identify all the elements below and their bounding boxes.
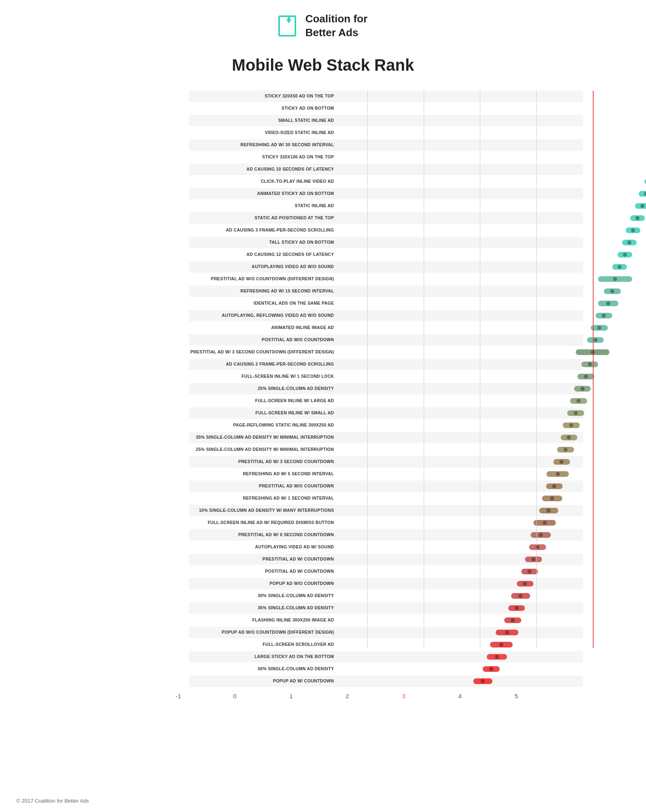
- x-axis-container: -1012345: [150, 688, 544, 706]
- mean-dot: [550, 496, 554, 500]
- bar-label: REFRESHING AD W/ 15 SECOND INTERVAL: [189, 288, 337, 294]
- bar-label: 35% SINGLE-COLUMN AD DENSITY W/ MINIMAL …: [189, 435, 337, 440]
- mean-dot: [640, 204, 644, 208]
- bar-label: STICKY AD ON BOTTOM: [189, 106, 337, 111]
- bar-label: REFRESHING AD W/ 1 SECOND INTERVAL: [189, 496, 337, 501]
- bar-label: AD CAUSING 3 FRAME-PER-SECOND SCROLLING: [189, 227, 337, 233]
- mean-dot: [606, 301, 610, 305]
- bar-label: AUTOPLAYING, REFLOWING VIDEO AD W/O SOUN…: [189, 313, 337, 318]
- mean-dot: [567, 435, 571, 440]
- mean-dot: [523, 582, 527, 586]
- table-row: FULL-SCREEN INLINE W/ LARGE AD: [189, 395, 583, 407]
- table-row: ANIMATED INLINE IMAGE AD: [189, 322, 583, 333]
- mean-dot: [495, 655, 499, 659]
- bar-label: FULL-SCREEN INLINE W/ SMALL AD: [189, 410, 337, 416]
- bar-label: ANIMATED INLINE IMAGE AD: [189, 325, 337, 330]
- table-row: AUTOPLAYING VIDEO AD W/O SOUND: [189, 261, 583, 273]
- bar-label: POSTITIAL AD W/O COUNTDOWN: [189, 337, 337, 342]
- table-row: FULL-SCREEN INLINE AD W/ REQUIRED DISMIS…: [189, 517, 583, 528]
- table-row: LARGE STICKY AD ON THE BOTTOM: [189, 651, 583, 663]
- bar-label: IDENTICAL ADS ON THE SAME PAGE: [189, 301, 337, 306]
- mean-dot: [505, 630, 509, 634]
- bar-label: PRESTITIAL AD W/ 3 SECOND COUNTDOWN (DIF…: [189, 349, 337, 355]
- bar-label: PRESTITIAL AD W/ COUNTDOWN: [189, 556, 337, 562]
- table-row: 25% SINGLE-COLUMN AD DENSITY W/ MINIMAL …: [189, 444, 583, 455]
- bar-label: PRESTITIAL AD W/O COUNTDOWN (DIFFERENT D…: [189, 276, 337, 281]
- bar-label: 30% SINGLE-COLUMN AD DENSITY: [189, 593, 337, 598]
- bar-label: STATIC AD POSITIONED AT THE TOP: [189, 215, 337, 221]
- bar-label: STICKY 320X50 AD ON THE TOP: [189, 93, 337, 99]
- table-row: POSTITIAL AD W/ COUNTDOWN: [189, 566, 583, 577]
- header: Coalition for Better Ads: [0, 0, 646, 48]
- mean-dot: [594, 338, 598, 342]
- bar-label: 50% SINGLE-COLUMN AD DENSITY: [189, 666, 337, 671]
- bar-label: STATIC INLINE AD: [189, 203, 337, 208]
- mean-dot: [613, 277, 617, 281]
- table-row: PAGE-REFLOWING STATIC INLINE 300X250 AD: [189, 420, 583, 431]
- table-row: STATIC AD POSITIONED AT THE TOP: [189, 212, 583, 224]
- bar-label: AD CAUSING 2 FRAME-PER-SECOND SCROLLING: [189, 362, 337, 367]
- mean-dot: [588, 362, 592, 366]
- bar-label: FULL-SCREEN SCROLLOVER AD: [189, 642, 337, 647]
- mean-dot: [574, 411, 578, 415]
- bar-label: 25% SINGLE-COLUMN AD DENSITY W/ MINIMAL …: [189, 447, 337, 452]
- x-axis-label: 2: [346, 693, 349, 699]
- table-row: 10% SINGLE-COLUMN AD DENSITY W/ MANY INT…: [189, 505, 583, 516]
- bar-label: STICKY 320X100 AD ON THE TOP: [189, 154, 337, 160]
- mean-dot: [559, 460, 564, 464]
- mean-dot: [518, 594, 522, 598]
- bar: [644, 179, 646, 184]
- mean-dot: [618, 265, 622, 269]
- header-title: Coalition for Better Ads: [305, 12, 367, 40]
- table-row: CLICK-TO-PLAY INLINE VIDEO AD: [189, 176, 583, 187]
- bar-label: POPUP AD W/O COUNTDOWN (DIFFERENT DESIGN…: [189, 630, 337, 635]
- mean-dot: [564, 448, 568, 452]
- bar-label: PRESTITIAL AD W/ 3 SECOND COUNTDOWN: [189, 459, 337, 464]
- mean-dot: [597, 326, 601, 330]
- mean-dot: [591, 350, 595, 354]
- svg-rect-0: [279, 16, 295, 36]
- table-row: REFRESHING AD W/ 30 SECOND INTERVAL: [189, 139, 583, 151]
- bar-label: ANIMATED STICKY AD ON BOTTOM: [189, 191, 337, 196]
- mean-dot: [602, 314, 606, 318]
- x-axis-label: 1: [289, 693, 293, 699]
- table-row: REFRESHING AD W/ 1 SECOND INTERVAL: [189, 493, 583, 504]
- table-row: AD CAUSING 10 SECONDS OF LATENCY: [189, 164, 583, 175]
- table-row: PRESTITIAL AD W/ 3 SECOND COUNTDOWN (DIF…: [189, 346, 583, 358]
- bar-label: 35% SINGLE-COLUMN AD DENSITY: [189, 605, 337, 611]
- table-row: POSTITIAL AD W/O COUNTDOWN: [189, 334, 583, 346]
- mean-dot: [535, 545, 540, 549]
- table-row: PRESTITIAL AD W/O COUNTDOWN: [189, 481, 583, 492]
- mean-dot: [627, 240, 631, 245]
- table-row: STICKY 320X100 AD ON THE TOP: [189, 152, 583, 163]
- table-row: TALL STICKY AD ON BOTTOM: [189, 237, 583, 248]
- table-row: ANIMATED STICKY AD ON BOTTOM: [189, 188, 583, 199]
- table-row: REFRESHING AD W/ 15 SECOND INTERVAL: [189, 286, 583, 297]
- mean-dot: [556, 472, 560, 476]
- table-row: STICKY 320X50 AD ON THE TOP: [189, 91, 583, 102]
- bar-label: SMALL STATIC INLINE AD: [189, 118, 337, 123]
- bar-label: 10% SINGLE-COLUMN AD DENSITY W/ MANY INT…: [189, 508, 337, 513]
- bar-label: AD CAUSING 12 SECONDS OF LATENCY: [189, 252, 337, 257]
- bar-label: FULL-SCREEN INLINE AD W/ REQUIRED DISMIS…: [189, 520, 337, 525]
- x-axis-label: 0: [233, 693, 236, 699]
- table-row: FULL-SCREEN INLINE W/ 1 SECOND LOCK: [189, 371, 583, 382]
- bar-label: FULL-SCREEN INLINE W/ 1 SECOND LOCK: [189, 374, 337, 379]
- bar-label: POPUP AD W/O COUNTDOWN: [189, 581, 337, 586]
- bar-label: FLASHING INLINE 300X250 IMAGE AD: [189, 617, 337, 623]
- bar-label: 25% SINGLE-COLUMN AD DENSITY: [189, 386, 337, 391]
- table-row: REFRESHING AD W/ 5 SECOND INTERVAL: [189, 468, 583, 480]
- bar-label: REFRESHING AD W/ 5 SECOND INTERVAL: [189, 471, 337, 476]
- table-row: 35% SINGLE-COLUMN AD DENSITY: [189, 602, 583, 614]
- bar-label: CLICK-TO-PLAY INLINE VIDEO AD: [189, 179, 337, 184]
- mean-dot: [577, 399, 581, 403]
- bar-label: REFRESHING AD W/ 30 SECOND INTERVAL: [189, 142, 337, 147]
- chart-area: STICKY 320X50 AD ON THE TOPSTICKY AD ON …: [39, 91, 607, 687]
- table-row: FULL-SCREEN INLINE W/ SMALL AD: [189, 407, 583, 419]
- mean-dot: [623, 253, 627, 257]
- x-axis-label: 4: [458, 693, 462, 699]
- table-row: IDENTICAL ADS ON THE SAME PAGE: [189, 298, 583, 309]
- table-row: POPUP AD W/O COUNTDOWN (DIFFERENT DESIGN…: [189, 627, 583, 638]
- bar-label: FULL-SCREEN INLINE W/ LARGE AD: [189, 398, 337, 403]
- bar-label: PAGE-REFLOWING STATIC INLINE 300X250 AD: [189, 422, 337, 428]
